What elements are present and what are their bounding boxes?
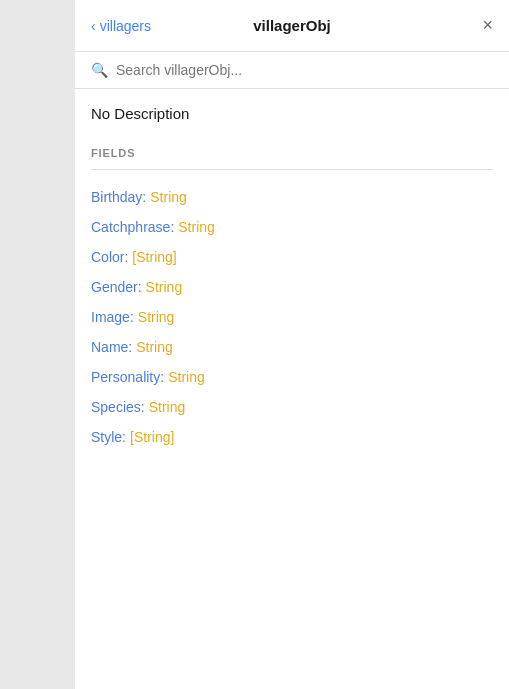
field-item-name: Color:	[91, 249, 128, 265]
field-item[interactable]: Style: [String]	[91, 422, 493, 452]
field-item-type: String	[146, 279, 183, 295]
search-icon: 🔍	[91, 62, 108, 78]
field-item-type: String	[178, 219, 215, 235]
fields-label: FIELDS	[91, 147, 493, 159]
header-title: villagerObj	[225, 17, 359, 34]
sidebar-left	[0, 0, 75, 689]
field-item-type: String	[168, 369, 205, 385]
field-item-name: Gender:	[91, 279, 142, 295]
field-item[interactable]: Birthday: String	[91, 182, 493, 212]
fields-section: FIELDS Birthday: StringCatchphrase: Stri…	[75, 131, 509, 452]
fields-list: Birthday: StringCatchphrase: StringColor…	[91, 182, 493, 452]
field-item-type: [String]	[132, 249, 176, 265]
field-item[interactable]: Catchphrase: String	[91, 212, 493, 242]
field-item-name: Style:	[91, 429, 126, 445]
close-icon: ×	[482, 15, 493, 36]
field-item[interactable]: Species: String	[91, 392, 493, 422]
field-item[interactable]: Personality: String	[91, 362, 493, 392]
close-button[interactable]: ×	[359, 15, 493, 36]
field-item-type: String	[150, 189, 187, 205]
fields-divider	[91, 169, 493, 170]
back-label: villagers	[100, 18, 151, 34]
field-item[interactable]: Name: String	[91, 332, 493, 362]
field-item-type: [String]	[130, 429, 174, 445]
field-item-type: String	[149, 399, 186, 415]
field-item[interactable]: Image: String	[91, 302, 493, 332]
field-item-name: Name:	[91, 339, 132, 355]
field-item[interactable]: Gender: String	[91, 272, 493, 302]
search-input[interactable]	[116, 62, 493, 78]
field-item-name: Image:	[91, 309, 134, 325]
main-panel: ‹ villagers villagerObj × 🔍 No Descripti…	[75, 0, 509, 689]
field-item[interactable]: Color: [String]	[91, 242, 493, 272]
description-section: No Description	[75, 89, 509, 131]
field-item-type: String	[136, 339, 173, 355]
field-item-name: Catchphrase:	[91, 219, 174, 235]
search-bar: 🔍	[75, 52, 509, 89]
field-item-name: Birthday:	[91, 189, 146, 205]
header: ‹ villagers villagerObj ×	[75, 0, 509, 52]
field-item-name: Species:	[91, 399, 145, 415]
no-description-text: No Description	[91, 105, 189, 122]
field-item-name: Personality:	[91, 369, 164, 385]
back-link[interactable]: ‹ villagers	[91, 18, 225, 34]
field-item-type: String	[138, 309, 175, 325]
back-chevron-icon: ‹	[91, 18, 96, 34]
